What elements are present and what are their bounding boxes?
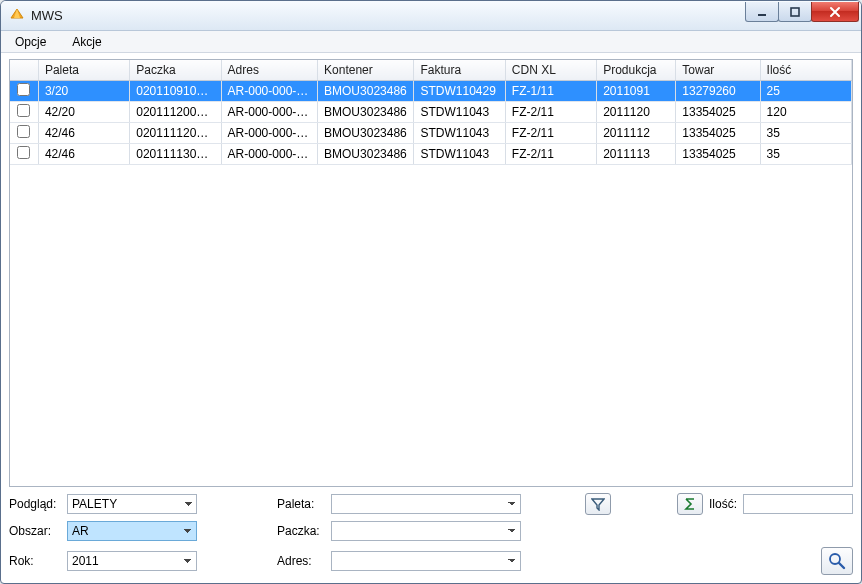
col-adres-header[interactable]: Adres: [221, 60, 317, 81]
row-checkbox[interactable]: [17, 125, 30, 138]
table-row[interactable]: 42/46020111120013...AR-000-000-000BMOU30…: [10, 123, 852, 144]
cell-produkcja: 2011120: [597, 102, 676, 123]
rok-label: Rok:: [9, 554, 61, 568]
search-button[interactable]: [821, 547, 853, 575]
paleta-select[interactable]: [331, 494, 521, 514]
cell-towar: 13354025: [676, 102, 760, 123]
window-controls: [746, 1, 861, 30]
cell-adres: AR-000-000-000: [221, 144, 317, 165]
header-row: Paleta Paczka Adres Kontener Faktura CDN…: [10, 60, 852, 81]
cell-ilosc: 120: [760, 102, 851, 123]
cell-cdnxl: FZ-2/11: [505, 144, 596, 165]
cell-towar: 13354025: [676, 144, 760, 165]
sum-button[interactable]: [677, 493, 703, 515]
col-towar-header[interactable]: Towar: [676, 60, 760, 81]
col-paczka-header[interactable]: Paczka: [130, 60, 221, 81]
col-faktura-header[interactable]: Faktura: [414, 60, 505, 81]
filter-panel: Podgląd: PALETY Paleta:: [9, 493, 853, 575]
col-cdnxl-header[interactable]: CDN XL: [505, 60, 596, 81]
table-row[interactable]: 42/46020111130013...AR-000-000-000BMOU30…: [10, 144, 852, 165]
cell-ilosc: 25: [760, 81, 851, 102]
ilosc-label: Ilość:: [709, 497, 737, 511]
data-grid[interactable]: Paleta Paczka Adres Kontener Faktura CDN…: [9, 59, 853, 487]
col-checkbox-header[interactable]: [10, 60, 38, 81]
cell-kontener: BMOU3023486: [318, 81, 414, 102]
cell-faktura: STDW11043: [414, 123, 505, 144]
row-checkbox[interactable]: [17, 83, 30, 96]
obszar-select[interactable]: AR: [67, 521, 197, 541]
rok-select[interactable]: 2011: [67, 551, 197, 571]
magnifier-icon: [828, 552, 846, 570]
cell-faktura: STDW11043: [414, 144, 505, 165]
menu-opcje[interactable]: Opcje: [9, 33, 52, 51]
cell-paleta: 3/20: [38, 81, 129, 102]
menubar: Opcje Akcje: [1, 31, 861, 53]
titlebar: MWS: [1, 1, 861, 31]
cell-ilosc: 35: [760, 144, 851, 165]
col-produkcja-header[interactable]: Produkcja: [597, 60, 676, 81]
cell-cdnxl: FZ-2/11: [505, 123, 596, 144]
paleta-label: Paleta:: [277, 497, 325, 511]
cell-adres: AR-000-000-000: [221, 102, 317, 123]
cell-paczka: 020111200013...: [130, 102, 221, 123]
cell-towar: 13279260: [676, 81, 760, 102]
cell-produkcja: 2011091: [597, 81, 676, 102]
app-icon: [9, 8, 25, 24]
paczka-select[interactable]: [331, 521, 521, 541]
svg-rect-1: [791, 8, 799, 16]
cell-adres: AR-000-000-000: [221, 81, 317, 102]
cell-faktura: STDW110429: [414, 81, 505, 102]
cell-paczka: 020110910013...: [130, 81, 221, 102]
cell-adres: AR-000-000-000: [221, 123, 317, 144]
podglad-label: Podgląd:: [9, 497, 61, 511]
cell-paleta: 42/20: [38, 102, 129, 123]
ilosc-input[interactable]: [743, 494, 853, 514]
cell-kontener: BMOU3023486: [318, 123, 414, 144]
adres-label: Adres:: [277, 554, 325, 568]
table-row[interactable]: 3/20020110910013...AR-000-000-000BMOU302…: [10, 81, 852, 102]
app-window: MWS Opcje Akcje: [0, 0, 862, 584]
row-checkbox[interactable]: [17, 104, 30, 117]
col-paleta-header[interactable]: Paleta: [38, 60, 129, 81]
cell-paleta: 42/46: [38, 144, 129, 165]
svg-line-3: [839, 563, 844, 568]
minimize-button[interactable]: [745, 2, 779, 22]
adres-select[interactable]: [331, 551, 521, 571]
obszar-label: Obszar:: [9, 524, 61, 538]
close-button[interactable]: [811, 2, 859, 22]
window-title: MWS: [31, 8, 63, 23]
col-ilosc-header[interactable]: Ilość: [760, 60, 851, 81]
sigma-icon: [683, 497, 697, 511]
cell-ilosc: 35: [760, 123, 851, 144]
col-kontener-header[interactable]: Kontener: [318, 60, 414, 81]
svg-rect-0: [758, 14, 766, 16]
cell-paczka: 020111120013...: [130, 123, 221, 144]
cell-faktura: STDW11043: [414, 102, 505, 123]
cell-cdnxl: FZ-2/11: [505, 102, 596, 123]
cell-kontener: BMOU3023486: [318, 102, 414, 123]
cell-cdnxl: FZ-1/11: [505, 81, 596, 102]
table-row[interactable]: 42/20020111200013...AR-000-000-000BMOU30…: [10, 102, 852, 123]
cell-kontener: BMOU3023486: [318, 144, 414, 165]
filter-button[interactable]: [585, 493, 611, 515]
row-checkbox[interactable]: [17, 146, 30, 159]
cell-produkcja: 2011112: [597, 123, 676, 144]
cell-towar: 13354025: [676, 123, 760, 144]
paczka-label: Paczka:: [277, 524, 325, 538]
cell-paleta: 42/46: [38, 123, 129, 144]
cell-paczka: 020111130013...: [130, 144, 221, 165]
maximize-button[interactable]: [778, 2, 812, 22]
podglad-select[interactable]: PALETY: [67, 494, 197, 514]
menu-akcje[interactable]: Akcje: [66, 33, 107, 51]
funnel-icon: [591, 497, 605, 511]
cell-produkcja: 2011113: [597, 144, 676, 165]
